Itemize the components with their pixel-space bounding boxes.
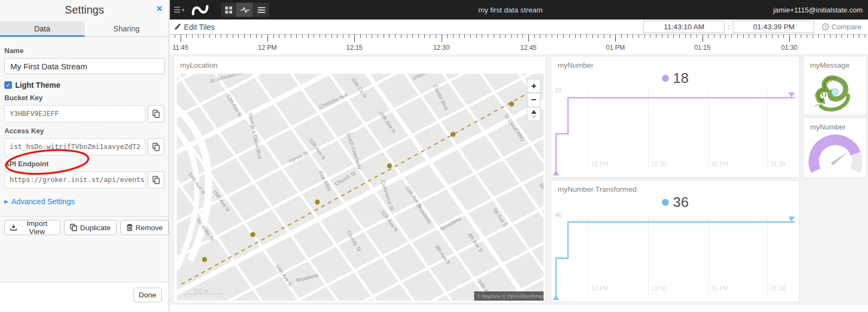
ruler-tick <box>511 35 512 38</box>
stream-title: my first data stream <box>270 6 773 14</box>
ruler-tick-label: 01 PM <box>606 44 625 51</box>
ruler-tick <box>395 35 395 38</box>
dashboard: myLocation Jo Johnston Ave12th Ave NGeor… <box>170 54 868 305</box>
bucket-key-copy-button[interactable] <box>148 105 164 122</box>
svg-text:12 PM: 12 PM <box>591 285 609 291</box>
trash-icon <box>126 224 133 231</box>
ruler-tick <box>749 35 749 38</box>
ruler-tick <box>267 35 268 42</box>
ruler-tick <box>847 35 848 38</box>
import-view-button[interactable]: Import View <box>4 220 60 235</box>
ruler-tick <box>389 35 390 38</box>
ruler-tick <box>795 35 796 38</box>
sidebar-collapse-icon[interactable] <box>174 6 185 14</box>
light-theme-checkbox[interactable]: ✓ <box>4 81 12 89</box>
api-endpoint-value[interactable]: https://groker.init.st/api/events <box>4 171 145 188</box>
access-key-copy-button[interactable] <box>148 138 164 155</box>
ruler-tick <box>528 35 529 42</box>
settings-panel: Settings × Data Sharing Name ✓ Light The… <box>0 0 169 312</box>
value-number: 18 <box>673 70 689 87</box>
remove-button[interactable]: Remove <box>120 220 169 235</box>
ruler-tick <box>633 35 633 38</box>
ruler-tick <box>755 35 755 38</box>
ruler-tick <box>401 35 401 38</box>
compass-button[interactable] <box>527 107 540 121</box>
access-key-label: Access Key <box>4 127 164 135</box>
dragon-emoji <box>813 70 857 112</box>
ruler-tick <box>279 35 279 38</box>
ruler-tick <box>476 35 477 38</box>
access-key-value[interactable]: ist_hsDo-witrjfTVboZmi1xavyeZdT2 <box>4 138 145 155</box>
map-attribution: © Mapbox © OpenStreetMap <box>477 293 544 299</box>
duplicate-button[interactable]: Duplicate <box>64 220 116 235</box>
ruler-tick <box>320 35 320 38</box>
tab-data[interactable]: Data <box>0 21 85 36</box>
svg-text:46: 46 <box>555 212 561 218</box>
ruler-tick <box>801 35 801 38</box>
ruler-tick <box>459 35 459 38</box>
settings-title: Settings <box>0 0 169 16</box>
ruler-tick <box>482 35 482 38</box>
tile-mynumber-transformed-chart: myNumber Transformed 12 PM12:3001 PM01:3… <box>551 180 800 302</box>
grid-icon <box>225 6 232 14</box>
waves-view-button[interactable] <box>237 3 253 17</box>
time-ruler[interactable]: 11:4512 PM12:1512:3012:4501 PM01:1501:30 <box>170 35 868 54</box>
start-time-input[interactable] <box>643 21 725 33</box>
ruler-tick <box>494 35 494 38</box>
end-time-input[interactable] <box>733 21 814 33</box>
ruler-tick <box>181 35 181 42</box>
edit-tiles-button[interactable]: Edit Tiles <box>170 23 215 31</box>
ruler-tick <box>610 35 610 38</box>
user-email[interactable]: jamie+1115@initialstate.com <box>773 6 868 14</box>
ruler-tick <box>650 35 650 38</box>
ruler-tick <box>720 35 720 38</box>
ruler-tick <box>546 35 546 38</box>
tiles-view-button[interactable] <box>221 3 237 17</box>
ruler-tick <box>500 35 500 38</box>
ruler-tick <box>366 35 367 38</box>
ruler-tick <box>227 35 227 38</box>
ruler-tick <box>314 35 314 38</box>
map-canvas[interactable]: Jo Johnston Ave12th Ave NGeorge L Davis … <box>177 74 544 301</box>
ruler-tick <box>384 35 384 38</box>
bucket-key-label: Bucket Key <box>4 94 164 102</box>
ruler-tick <box>853 35 854 38</box>
ruler-tick <box>256 35 257 38</box>
caret-right-icon: ▶ <box>4 199 8 204</box>
ruler-tick <box>731 35 732 38</box>
ruler-tick <box>453 35 454 38</box>
svg-text:01 PM: 01 PM <box>711 160 729 167</box>
ruler-tick <box>552 35 552 38</box>
ruler-tick <box>841 35 842 38</box>
current-value: 18 <box>551 69 799 87</box>
value-number: 36 <box>673 194 689 211</box>
value-marker-dot <box>662 75 669 82</box>
ruler-tick <box>470 35 471 38</box>
ruler-tick <box>772 35 773 38</box>
ruler-tick <box>679 35 680 38</box>
compare-button[interactable]: Compare <box>822 23 861 31</box>
tab-sharing[interactable]: Sharing <box>85 21 169 36</box>
clock-icon <box>822 23 829 30</box>
remove-label: Remove <box>136 224 163 232</box>
name-input[interactable] <box>4 58 165 74</box>
close-icon[interactable]: × <box>156 4 162 14</box>
ruler-tick-label: 12:45 <box>520 44 537 51</box>
divider <box>0 216 169 217</box>
copy-icon <box>152 109 160 118</box>
list-view-button[interactable] <box>253 3 270 17</box>
bucket-key-value[interactable]: Y3HBFV9EJEFF <box>4 105 145 122</box>
tile-title: myNumber <box>803 118 866 131</box>
ruler-tick <box>517 35 518 38</box>
svg-text:01:30: 01:30 <box>770 160 786 167</box>
ruler-tick <box>673 35 674 38</box>
ruler-tick <box>615 35 616 42</box>
ruler-tick <box>639 35 639 38</box>
api-endpoint-copy-button[interactable] <box>148 171 164 188</box>
done-button[interactable]: Done <box>133 288 162 302</box>
ruler-tick <box>697 35 697 38</box>
ruler-tick <box>291 35 291 38</box>
advanced-settings-link[interactable]: ▶ Advanced Settings <box>4 197 164 206</box>
ruler-tick <box>296 35 297 38</box>
ruler-tick <box>575 35 576 38</box>
